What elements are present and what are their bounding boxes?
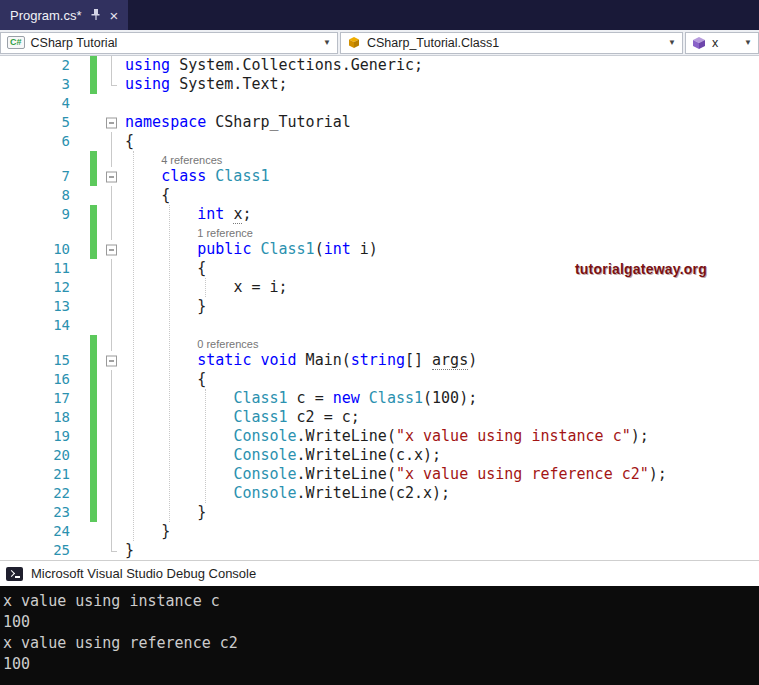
code-token: public: [197, 240, 251, 258]
indent-guide: [205, 278, 206, 297]
close-icon[interactable]: ×: [110, 8, 119, 23]
code-text[interactable]: using System.Collections.Generic;: [125, 56, 759, 75]
fold-guide: [103, 56, 121, 75]
code-line-row: 4: [0, 94, 759, 113]
code-line-row: 12 x = i;: [0, 278, 759, 297]
code-text[interactable]: [125, 316, 759, 335]
collapse-minus-icon[interactable]: [106, 171, 117, 182]
code-token: static: [197, 351, 251, 369]
code-text[interactable]: Console.WriteLine(c2.x);: [125, 484, 759, 503]
code-token: class: [161, 167, 206, 185]
code-text[interactable]: }: [125, 541, 759, 560]
code-line-row: 14: [0, 316, 759, 335]
code-token: (100);: [423, 389, 477, 407]
code-token: Class1: [260, 240, 314, 258]
change-tracking-bar: [90, 132, 97, 151]
code-text[interactable]: {: [125, 370, 759, 389]
fold-collapse-button[interactable]: [103, 113, 121, 132]
change-tracking-bar: [90, 484, 97, 503]
fold-guide: [103, 446, 121, 465]
debug-console-output[interactable]: x value using instance c100x value using…: [0, 586, 759, 685]
code-text[interactable]: using System.Text;: [125, 75, 759, 94]
code-text[interactable]: }: [125, 503, 759, 522]
project-dropdown-label: CSharp Tutorial: [31, 36, 118, 50]
line-number: [0, 151, 74, 167]
code-text[interactable]: x = i;: [125, 278, 759, 297]
fold-guide: [103, 75, 121, 94]
code-token: [125, 205, 197, 223]
fold-collapse-button[interactable]: [103, 240, 121, 259]
change-tracking-bar: [90, 151, 97, 167]
code-line-row: 19 Console.WriteLine("x value using inst…: [0, 427, 759, 446]
code-text[interactable]: class Class1: [125, 167, 759, 186]
code-text[interactable]: public Class1(int i): [125, 240, 759, 259]
code-token: .WriteLine(c.x);: [297, 446, 442, 464]
code-text[interactable]: Console.WriteLine("x value using instanc…: [125, 427, 759, 446]
change-tracking-bar: [90, 446, 97, 465]
code-text[interactable]: Console.WriteLine(c.x);: [125, 446, 759, 465]
csharp-project-icon: C#: [7, 36, 25, 49]
code-text[interactable]: namespace CSharp_Tutorial: [125, 113, 759, 132]
codelens-references-link[interactable]: 1 reference: [197, 227, 253, 239]
change-tracking-bar: [90, 351, 97, 370]
code-token: System.Collections.Generic;: [170, 56, 423, 74]
member-dropdown-label: x: [712, 36, 718, 50]
code-line-row: 20 Console.WriteLine(c.x);: [0, 446, 759, 465]
type-dropdown[interactable]: CSharp_Tutorial.Class1 ▼: [340, 32, 683, 54]
code-text[interactable]: }: [125, 522, 759, 541]
code-token: [125, 186, 161, 204]
pin-icon[interactable]: [91, 9, 101, 21]
code-text[interactable]: [125, 94, 759, 113]
member-dropdown[interactable]: x ▼: [685, 32, 759, 54]
code-token: []: [405, 351, 432, 369]
line-number: 20: [0, 446, 74, 465]
code-line-row: 8 {: [0, 186, 759, 205]
code-token: [206, 167, 215, 185]
code-token: [125, 224, 197, 240]
line-number: 5: [0, 113, 74, 132]
fold-guide: [103, 503, 121, 522]
code-text[interactable]: static void Main(string[] args): [125, 351, 759, 370]
code-text[interactable]: {: [125, 132, 759, 151]
code-token: Console: [233, 484, 296, 502]
code-token: "x value using reference c2": [396, 465, 649, 483]
code-text[interactable]: }: [125, 297, 759, 316]
code-editor[interactable]: 2using System.Collections.Generic;3using…: [0, 56, 759, 560]
codelens-references-link[interactable]: 4 references: [161, 154, 222, 166]
change-tracking-bar: [90, 335, 97, 351]
change-tracking-bar: [90, 503, 97, 522]
code-token: Console: [233, 465, 296, 483]
code-text[interactable]: Class1 c2 = c;: [125, 408, 759, 427]
codelens-references-link[interactable]: 0 references: [197, 338, 258, 350]
type-dropdown-label: CSharp_Tutorial.Class1: [367, 36, 499, 50]
collapse-minus-icon[interactable]: [106, 244, 117, 255]
line-number: 11: [0, 259, 74, 278]
code-token: i): [351, 240, 378, 258]
code-text[interactable]: 4 references: [125, 151, 759, 167]
tab-program-cs[interactable]: Program.cs* ×: [0, 0, 128, 30]
code-text[interactable]: 0 references: [125, 335, 759, 351]
change-tracking-bar: [90, 113, 97, 132]
code-text[interactable]: Console.WriteLine("x value using referen…: [125, 465, 759, 484]
code-token: [125, 446, 233, 464]
change-tracking-bar: [90, 94, 97, 113]
code-token: }: [197, 297, 206, 315]
console-line: 100: [3, 612, 759, 633]
fold-collapse-button[interactable]: [103, 167, 121, 186]
code-text[interactable]: 1 reference: [125, 224, 759, 240]
change-tracking-bar: [90, 205, 97, 224]
code-token: c2 = c;: [288, 408, 360, 426]
code-text[interactable]: int x;: [125, 205, 759, 224]
debug-console-title-bar[interactable]: Microsoft Visual Studio Debug Console: [0, 560, 759, 586]
code-token: Class1: [233, 389, 287, 407]
collapse-minus-icon[interactable]: [106, 355, 117, 366]
collapse-minus-icon[interactable]: [106, 117, 117, 128]
code-line-row: 15 static void Main(string[] args): [0, 351, 759, 370]
fold-collapse-button[interactable]: [103, 351, 121, 370]
code-text[interactable]: {: [125, 186, 759, 205]
code-token: "x value using instance c": [396, 427, 631, 445]
project-dropdown[interactable]: C# CSharp Tutorial ▼: [0, 32, 338, 54]
code-text[interactable]: Class1 c = new Class1(100);: [125, 389, 759, 408]
code-line-row: 23 }: [0, 503, 759, 522]
editor-rows: 2using System.Collections.Generic;3using…: [0, 56, 759, 560]
